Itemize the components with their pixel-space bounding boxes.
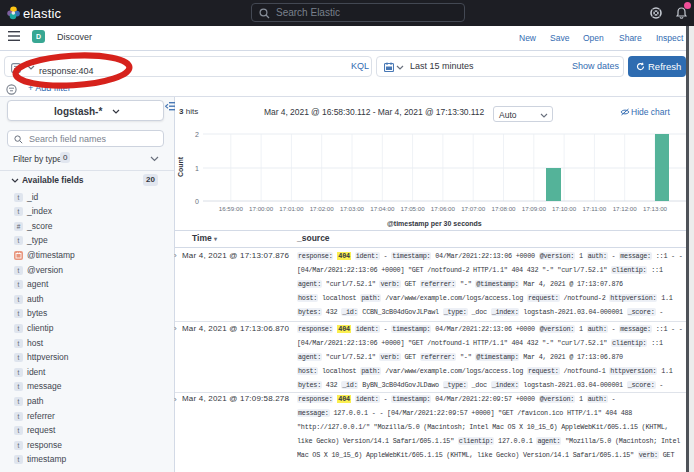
- svg-text:2: 2: [195, 131, 199, 138]
- svg-text:17:01:00: 17:01:00: [279, 205, 304, 212]
- svg-text:17:02:00: 17:02:00: [310, 205, 335, 212]
- svg-text:17:09:00: 17:09:00: [522, 205, 547, 212]
- svg-text:17:06:00: 17:06:00: [431, 205, 456, 212]
- svg-text:17:13:00: 17:13:00: [643, 205, 668, 212]
- svg-text:17:12:00: 17:12:00: [613, 205, 638, 212]
- svg-text:17:03:00: 17:03:00: [340, 205, 365, 212]
- svg-text:17:11:00: 17:11:00: [583, 205, 607, 212]
- svg-text:16:59:00: 16:59:00: [219, 205, 244, 212]
- svg-text:1: 1: [195, 165, 199, 172]
- svg-text:17:07:00: 17:07:00: [461, 205, 486, 212]
- svg-text:17:10:00: 17:10:00: [552, 205, 577, 212]
- svg-text:17:00:00: 17:00:00: [249, 205, 274, 212]
- svg-text:Count: Count: [177, 156, 184, 177]
- svg-text:17:08:00: 17:08:00: [491, 205, 516, 212]
- svg-text:17:05:00: 17:05:00: [401, 205, 426, 212]
- svg-text:0: 0: [195, 198, 199, 205]
- svg-text:17:04:00: 17:04:00: [370, 205, 395, 212]
